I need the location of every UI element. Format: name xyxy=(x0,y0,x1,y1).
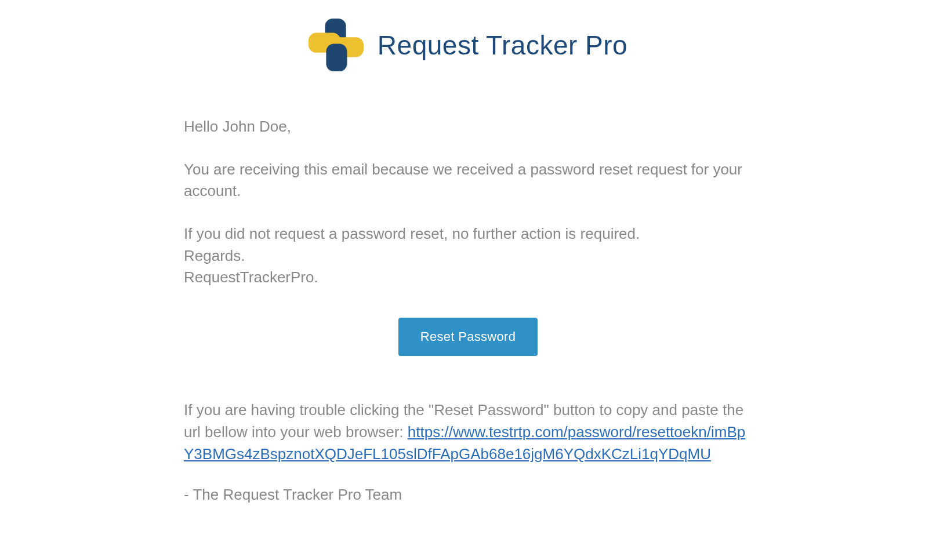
regards-text: Regards. xyxy=(184,245,752,267)
reason-text: You are receiving this email because we … xyxy=(184,159,752,202)
team-signature: - The Request Tracker Pro Team xyxy=(184,486,752,504)
email-header: Request Tracker Pro xyxy=(184,17,752,72)
reset-password-button[interactable]: Reset Password xyxy=(398,318,538,356)
no-action-text: If you did not request a password reset,… xyxy=(184,223,752,245)
greeting-text: Hello John Doe, xyxy=(184,116,752,138)
sender-name-text: RequestTrackerPro. xyxy=(184,267,752,289)
trouble-text: If you are having trouble clicking the "… xyxy=(184,399,752,465)
svg-rect-3 xyxy=(326,44,347,72)
app-logo-icon xyxy=(309,17,364,72)
app-title: Request Tracker Pro xyxy=(378,30,627,61)
